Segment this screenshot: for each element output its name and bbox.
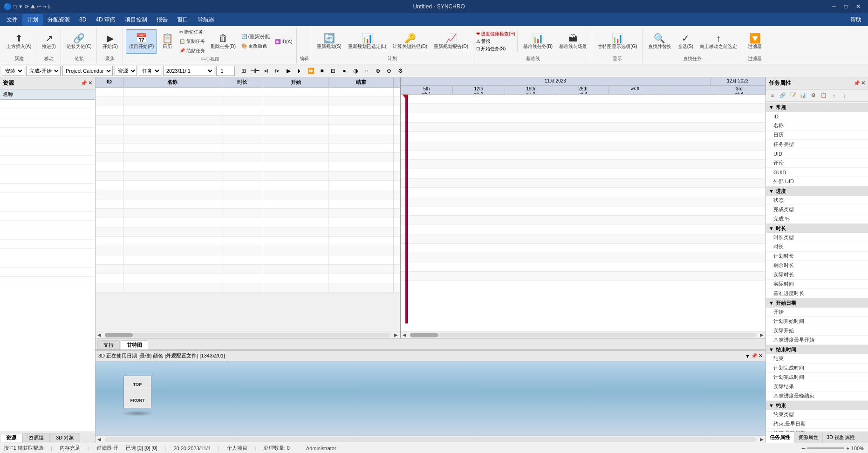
gantt-row[interactable] [96,265,400,274]
nav-icon-5[interactable]: ⏵ [294,66,305,76]
find-replace-button[interactable]: 🔍 查找并替换 [645,29,674,54]
start-button[interactable]: ▶ 开始(S) [100,29,121,54]
grid-view-icon[interactable]: ⊞ [239,66,249,76]
scroll-left-arrow[interactable]: ◀ [96,331,103,339]
gantt-row[interactable] [96,255,400,265]
reassign-button[interactable]: 🔄 (重新)分配 [239,33,272,41]
menu-item-window[interactable]: 窗口 [172,14,193,26]
props-section-duration[interactable]: ▼ 时长 [766,224,868,233]
gantt-row[interactable] [96,125,400,134]
gantt-row[interactable] [96,172,400,181]
3d-panel-down-icon[interactable]: ▼ [745,353,750,359]
nav-icon-7[interactable]: ■ [317,66,327,76]
gantt-row[interactable] [96,181,400,190]
gantt-row[interactable] [96,106,400,116]
panel-close-icon[interactable]: ✕ [88,80,92,86]
close-button[interactable]: ✕ [852,2,864,11]
gantt-row[interactable] [96,246,400,255]
props-tool-2[interactable]: 🔗 [778,91,787,100]
settings-icon[interactable]: ⚙ [395,66,405,76]
move-up-button[interactable]: ↑ 向上移动之前选定 [697,29,740,54]
gantt-row[interactable] [96,134,400,144]
menu-item-3d[interactable]: 3D [75,14,91,25]
baseline-tasks-button[interactable]: 📊 基准线任务(B) [520,29,555,54]
gantt-row[interactable] [96,144,400,153]
nav-icon-2[interactable]: ⊲ [261,66,271,76]
tab-resource-props[interactable]: 资源属性 [794,432,823,443]
gantt-row[interactable] [96,116,400,125]
props-section-start[interactable]: ▼ 开始日期 [766,298,868,308]
3d-panel-close-icon[interactable]: ✕ [759,353,763,359]
insert-above-button[interactable]: ⬆ 上方插入(A) [4,29,34,54]
reschedule-report-button[interactable]: 📈 重新规划报告(D) [431,29,471,54]
zoom-plus[interactable]: + [846,446,849,451]
menu-item-plan[interactable]: 计划 [22,14,43,26]
delete-task-button[interactable]: 🗑 删除任务(D) [208,29,239,54]
cut-task-button[interactable]: ✂ 断切任务 [178,28,205,36]
tab-task-props[interactable]: 任务属性 [766,432,794,443]
gantt-row[interactable] [96,209,400,218]
reschedule-button[interactable]: 🔄 重新规划(S) [314,29,344,54]
tab-3d-objects[interactable]: 3D 对象 [50,433,80,442]
gantt-row[interactable] [96,199,400,209]
advance-button[interactable]: ↗ 推进(I) [39,29,58,54]
project-start-button[interactable]: 📅 项目开始(P) [126,29,157,54]
gantt-row[interactable] [96,274,400,283]
select-all-button[interactable]: ✓ 全选(S) [675,29,696,54]
chart-scroll-left[interactable]: ◀ [401,331,408,339]
minimize-button[interactable]: ─ [828,2,840,11]
zoom-out-icon[interactable]: ⊖ [384,66,394,76]
props-tool-5[interactable]: ⚙ [809,91,818,100]
props-pin-icon[interactable]: 📌 [854,80,860,86]
filter-button[interactable]: 🔽 过滤器 [745,29,765,54]
scroll-thumb[interactable] [105,333,133,337]
nav-icon-3[interactable]: ⊳ [272,66,282,76]
calendar-select[interactable]: Project Calendar [62,66,113,76]
tab-support[interactable]: 支持 [97,340,120,350]
props-tool-7[interactable]: ↑ [829,91,839,100]
props-section-end[interactable]: ▼ 结束时间 [766,345,868,354]
props-section-general[interactable]: ▼ 常规 [766,103,868,112]
menu-item-navigator[interactable]: 导航器 [193,14,219,26]
menu-item-4d[interactable]: 4D 审阅 [91,14,120,26]
nav-icon-10[interactable]: ◑ [350,66,361,76]
zoom-icon[interactable]: ⊕ [373,66,383,76]
chart-scroll-right[interactable]: ▶ [758,331,765,339]
gantt-hscrollbar[interactable]: ◀ ▶ [96,331,400,338]
3d-scroll-right[interactable]: ▶ [758,436,765,443]
gantt-row[interactable] [96,190,400,199]
panel-pin-icon[interactable]: 📌 [81,80,87,86]
3d-panel-scrollbar[interactable]: ◀ ▶ [96,435,765,443]
chart-hscrollbar[interactable]: ◀ ▶ [401,331,765,338]
gantt-row[interactable] [96,237,400,246]
maximize-button[interactable]: □ [841,2,851,11]
props-close-icon[interactable]: ✕ [861,80,865,86]
critical-path-button[interactable]: 🔑 计算关键路径(D) [390,29,430,54]
gantt-row[interactable] [96,227,400,237]
filter-type-select[interactable]: 完成-开始 [26,66,61,76]
task-type-select[interactable]: 任务 [139,66,161,76]
gantt-row[interactable] [96,97,400,106]
copy-task-button[interactable]: 📋 复制任务 [178,37,207,46]
id-button[interactable]: 🆔 ID(A) [273,38,294,45]
props-tool-1[interactable]: ≡ [768,91,777,100]
scroll-right-arrow[interactable]: ▶ [392,331,400,339]
tab-resource[interactable]: 资源 [0,433,22,442]
props-tool-4[interactable]: 📊 [799,91,808,100]
nav-icon-6[interactable]: ⏩ [306,66,316,76]
nav-icon-1[interactable]: ⊣⊢ [250,66,260,76]
reschedule-selected-button[interactable]: 📊 重新规划已选定(L) [345,29,389,54]
nav-icon-4[interactable]: ▶ [283,66,294,76]
tab-3d-view-props[interactable]: 3D 视图属性 [823,432,859,443]
nav-icon-11[interactable]: ○ [362,66,372,76]
gantt-row[interactable] [96,88,400,97]
change-color-button[interactable]: 🎨 更改颜色 [239,42,269,50]
3d-panel-pin-icon[interactable]: 📌 [751,353,758,359]
zoom-minus[interactable]: ─ [802,446,806,451]
props-tool-3[interactable]: 📝 [788,91,798,100]
gantt-row[interactable] [96,162,400,172]
props-tool-8[interactable]: ↓ [840,91,849,100]
gantt-row[interactable] [96,153,400,162]
menu-item-project[interactable]: 项目控制 [120,14,152,26]
3d-scroll-left[interactable]: ◀ [96,436,103,443]
